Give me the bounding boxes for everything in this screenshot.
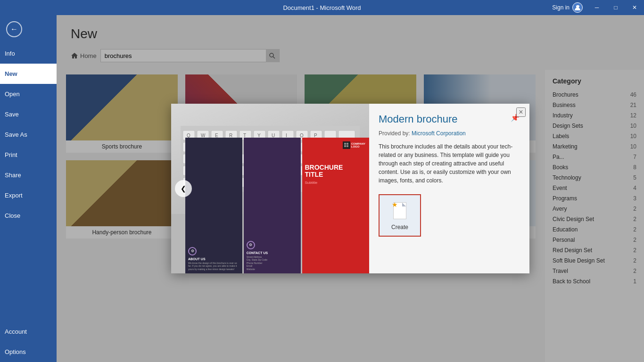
modal-preview: Q W E R T Y U I O P: [171, 104, 369, 273]
window-title: Document1 - Microsoft Word: [283, 4, 361, 11]
sidebar-item-open[interactable]: Open: [0, 84, 57, 104]
modal-dialog: ×: [171, 104, 529, 273]
restore-button[interactable]: □: [606, 0, 625, 15]
svg-rect-61: [347, 145, 348, 147]
sidebar-item-account[interactable]: Account: [0, 321, 57, 342]
sidebar: ← Info New Open Save Save As Print Share…: [0, 15, 57, 362]
modal-close-button[interactable]: ×: [516, 107, 526, 117]
modal-prev-button[interactable]: ❮: [175, 180, 192, 197]
modal-create-button[interactable]: ★ Create: [379, 194, 421, 237]
sidebar-item-export[interactable]: Export: [0, 185, 57, 206]
title-bar: Document1 - Microsoft Word Sign in ? ─ □…: [0, 0, 644, 15]
modal-provider-link[interactable]: Microsoft Corporation: [412, 130, 466, 137]
app-body: ← Info New Open Save Save As Print Share…: [0, 15, 644, 362]
window-controls[interactable]: ? ─ □ ✕: [569, 0, 644, 15]
sidebar-item-saveas[interactable]: Save As: [0, 124, 57, 145]
panel-contact: ⚙ CONTACT US Street AddressCity, State Z…: [244, 138, 301, 273]
modal-description: This brochure includes all the details a…: [379, 142, 520, 185]
create-label: Create: [391, 224, 408, 230]
brochure-preview-image: Q W E R T Y U I O P: [171, 104, 369, 273]
close-window-button[interactable]: ✕: [625, 0, 644, 15]
panel-about: ⚙ ABOUT US We know the design of this br…: [185, 138, 242, 273]
modal-provided-by: Provided by: Microsoft Corporation: [379, 130, 520, 137]
sidebar-item-save[interactable]: Save: [0, 104, 57, 124]
minimize-button[interactable]: ─: [587, 0, 606, 15]
sidebar-item-info[interactable]: Info: [0, 43, 57, 64]
modal-title: Modern brochure: [379, 113, 458, 125]
sidebar-item-close[interactable]: Close: [0, 206, 57, 226]
panel-title: COMPANYLOGO BROCHURETITLE Subtitle: [302, 138, 370, 273]
back-icon: ←: [6, 21, 22, 37]
modal-overlay: ×: [57, 15, 644, 362]
brochure-panels: ⚙ ABOUT US We know the design of this br…: [185, 138, 369, 273]
sidebar-item-new[interactable]: New: [0, 64, 57, 84]
sign-in-label: Sign in: [552, 4, 570, 11]
sidebar-item-share[interactable]: Share: [0, 165, 57, 185]
back-button[interactable]: ←: [0, 15, 28, 43]
svg-rect-60: [344, 145, 346, 147]
main-content: New Home: [57, 15, 644, 362]
svg-rect-58: [344, 143, 346, 145]
help-button[interactable]: ?: [569, 0, 587, 15]
svg-rect-59: [347, 143, 348, 145]
modal-info: Modern brochure 📌 Provided by: Microsoft…: [369, 104, 529, 273]
sidebar-item-options[interactable]: Options: [0, 342, 57, 362]
sidebar-item-print[interactable]: Print: [0, 145, 57, 165]
document-icon: ★: [391, 200, 408, 221]
